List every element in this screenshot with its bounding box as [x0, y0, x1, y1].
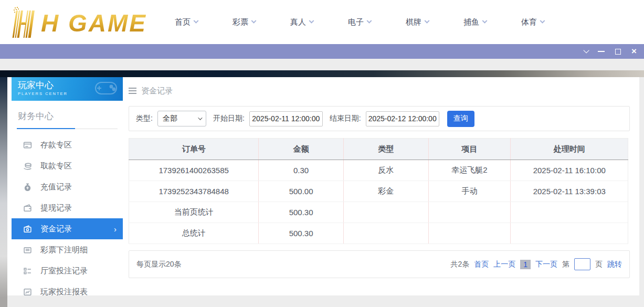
sidebar-item-label: 存款专区: [40, 140, 72, 150]
funds-record-table: 订单号 金额 类型 项目 处理时间 1739261400263585 0.30 …: [129, 138, 628, 244]
logo-mark-stylized-h: [10, 6, 41, 39]
nav-label: 体育: [521, 17, 537, 27]
cell-empty: [343, 223, 428, 244]
table-row-grand-total: 总统计 500.30: [129, 223, 628, 244]
page-size-text: 每页显示20条: [136, 260, 182, 269]
nav-item-home[interactable]: 首页: [175, 17, 198, 27]
start-date-input[interactable]: [249, 111, 323, 126]
finance-center-heading: 财务中心: [17, 110, 118, 129]
sidebar-item-withdraw-zone[interactable]: 取款专区: [12, 155, 123, 176]
nav-label: 首页: [175, 17, 191, 27]
cell-amount: 500.00: [259, 181, 344, 202]
nav-item-fishing[interactable]: 捕鱼: [463, 17, 487, 27]
jump-page-input[interactable]: [574, 258, 590, 270]
nav-item-live[interactable]: 真人: [290, 17, 313, 27]
type-select[interactable]: 全部: [157, 111, 206, 126]
table-header-row: 订单号 金额 类型 项目 处理时间: [129, 139, 628, 160]
sidebar-item-label: 充值记录: [40, 182, 72, 192]
cell-order-no: 1739261400263585: [129, 160, 259, 181]
sidebar-item-label: 提现记录: [40, 203, 72, 213]
sidebar-menu: 存款专区 取款专区 充值记录: [12, 134, 123, 302]
window-titlebar: ×: [0, 44, 644, 59]
cell-item: 幸运飞艇2: [428, 160, 511, 181]
nav-label: 真人: [290, 17, 306, 27]
cell-time: 2025-02-11 16:10:00: [511, 160, 628, 181]
top-header: H GAME 首页 彩票 真人 电子 棋牌 捕鱼 体育: [0, 0, 644, 44]
col-header-type: 类型: [343, 139, 428, 160]
end-date-label: 结束日期:: [330, 114, 361, 123]
room-bet-icon: [23, 267, 32, 276]
sidebar-item-room-bet-record[interactable]: 厅室投注记录: [12, 260, 123, 281]
sidebar-item-recharge-record[interactable]: 充值记录: [12, 176, 123, 197]
cell-amount: 500.30: [259, 202, 344, 223]
chevron-down-icon: [482, 18, 488, 23]
background-left-edge: [0, 77, 7, 307]
table-row: 1739252343784848 500.00 彩金 手动 2025-02-11…: [129, 181, 628, 202]
sidebar-item-player-bet-report[interactable]: 玩家投注报表: [12, 281, 123, 302]
gamepad-icon: [92, 78, 120, 98]
hamburger-menu-icon[interactable]: [129, 90, 136, 91]
cell-type: 彩金: [343, 181, 428, 202]
chevron-down-icon: [425, 18, 430, 23]
funds-record-icon: [23, 225, 32, 234]
maximize-icon[interactable]: [615, 49, 621, 55]
cell-type: 反水: [343, 160, 428, 181]
search-button[interactable]: 查询: [447, 111, 474, 127]
jump-button[interactable]: 跳转: [607, 260, 622, 269]
type-label: 类型:: [136, 114, 153, 123]
main-nav: 首页 彩票 真人 电子 棋牌 捕鱼 体育: [175, 0, 544, 44]
cell-empty: [428, 223, 511, 244]
money-bag-icon: [23, 183, 32, 192]
chevron-down-icon: [309, 18, 314, 23]
spacer-strip: [0, 59, 644, 70]
sidebar-item-label: 厅室投注记录: [40, 266, 88, 276]
cell-empty: [428, 202, 511, 223]
brand-logo[interactable]: H GAME: [10, 5, 147, 39]
next-page-link[interactable]: 下一页: [535, 260, 557, 269]
nav-item-sports[interactable]: 体育: [521, 17, 544, 27]
cell-amount: 0.30: [259, 160, 344, 181]
end-date-input[interactable]: [366, 111, 439, 126]
sidebar-item-withdrawal-record[interactable]: 提现记录: [12, 197, 123, 218]
nav-item-chess[interactable]: 棋牌: [406, 17, 429, 27]
col-header-order-no: 订单号: [129, 139, 259, 160]
nav-label: 彩票: [233, 17, 248, 27]
cell-amount: 500.30: [259, 223, 344, 244]
report-chart-icon: [23, 288, 32, 297]
cell-item: 手动: [428, 181, 511, 202]
prev-page-link[interactable]: 上一页: [493, 260, 515, 269]
sidebar-item-lottery-bet-detail[interactable]: 彩票下注明细: [12, 239, 123, 260]
pager-controls: 共2条 首页 上一页 1 下一页 第 页 跳转: [450, 258, 622, 270]
chevron-down-icon: [251, 18, 257, 23]
sidebar-item-label: 取款专区: [40, 161, 72, 171]
col-header-amount: 金额: [259, 139, 344, 160]
col-header-item: 项目: [428, 139, 511, 160]
jump-suffix-text: 页: [595, 260, 603, 269]
page-title: 资金记录: [141, 86, 173, 96]
background-banner-band: [0, 70, 644, 77]
sidebar-item-deposit-zone[interactable]: 存款专区: [12, 134, 123, 155]
current-page-badge[interactable]: 1: [520, 260, 531, 269]
cell-empty: [343, 202, 428, 223]
type-select-value: 全部: [163, 114, 177, 123]
table-row-page-total: 当前页统计 500.30: [129, 202, 628, 223]
chevron-down-icon: [198, 115, 202, 120]
collapse-chevron-icon[interactable]: [583, 49, 587, 54]
main-panel: 玩家中心 PLAYERS CENTER 财务中心 存款专区: [7, 77, 639, 295]
chevron-down-icon: [540, 18, 545, 23]
close-icon[interactable]: ×: [631, 48, 637, 55]
nav-item-lottery[interactable]: 彩票: [233, 17, 256, 27]
nav-label: 捕鱼: [463, 17, 479, 27]
nav-label: 电子: [348, 17, 364, 27]
sidebar-item-funds-record[interactable]: 资金记录 ›: [12, 218, 123, 239]
sidebar-item-label: 资金记录: [40, 224, 72, 234]
cell-label: 总统计: [129, 223, 259, 244]
first-page-link[interactable]: 首页: [474, 260, 489, 269]
cell-order-no: 1739252343784848: [129, 181, 259, 202]
minimize-icon[interactable]: [598, 51, 605, 52]
total-count-text: 共2条: [450, 260, 469, 269]
breadcrumb: 资金记录: [129, 83, 630, 98]
nav-item-slots[interactable]: 电子: [348, 17, 371, 27]
wallet-icon: [23, 204, 32, 213]
content-area: 资金记录 类型: 全部 开始日期: 结束日期: 查询 订单号 金额 类型 项目: [129, 77, 630, 278]
